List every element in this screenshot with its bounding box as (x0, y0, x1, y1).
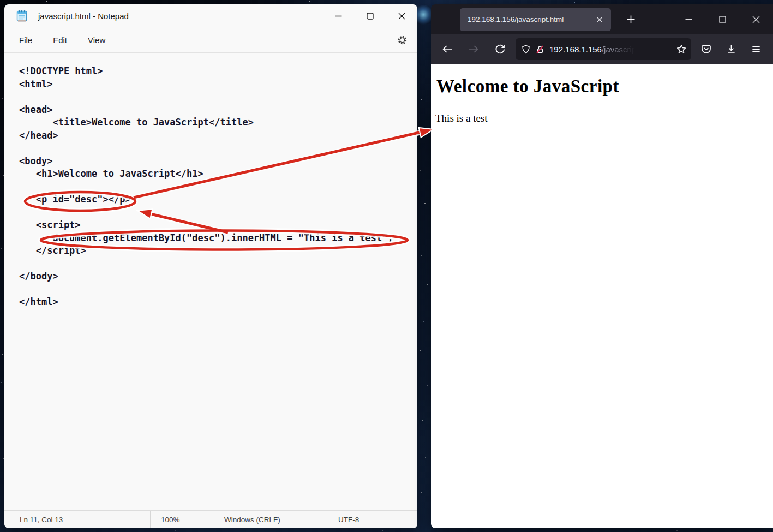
new-tab-button[interactable] (620, 9, 642, 31)
close-icon (398, 13, 405, 20)
maximize-icon (719, 16, 726, 23)
reload-button[interactable] (489, 39, 510, 59)
hamburger-icon (751, 44, 762, 55)
url-domain: 192.168.1.156 (549, 45, 602, 54)
menu-view[interactable]: View (88, 35, 105, 45)
menu-edit[interactable]: Edit (53, 35, 67, 45)
notepad-text-area[interactable]: <!DOCTYPE html><html><head> <title>Welco… (4, 53, 417, 510)
background-stars (0, 0, 1, 1)
status-cursor-position: Ln 11, Col 13 (4, 511, 151, 528)
tab-close-icon (596, 16, 603, 23)
back-button[interactable] (437, 39, 458, 59)
notepad-app-icon (16, 10, 27, 22)
browser-tab[interactable]: 192.168.1.156/javascript.html (460, 8, 611, 31)
pocket-icon (700, 44, 712, 55)
status-line-ending[interactable]: Windows (CRLF) (214, 511, 326, 528)
code-line: </head> (19, 129, 413, 142)
code-line: </html> (19, 296, 413, 309)
browser-viewport: Welcome to JavaScript This is a test (431, 64, 773, 528)
desktop: javascript.html - Notepad File Edit View (0, 0, 773, 532)
code-line: <title>Welcome to JavaScript</title> (19, 116, 413, 129)
notepad-minimize-button[interactable] (322, 4, 354, 27)
maximize-icon (367, 13, 374, 20)
firefox-window: 192.168.1.156/javascript.html (431, 4, 773, 528)
minimize-icon (685, 16, 692, 23)
code-line (19, 181, 413, 194)
firefox-toolbar: 192.168.1.156/javascrip (431, 34, 773, 64)
star-icon (676, 44, 687, 55)
tab-close-button[interactable] (592, 13, 607, 27)
code-line (19, 91, 413, 104)
tab-title: 192.168.1.156/javascript.html (468, 15, 592, 23)
notepad-menubar: File Edit View (4, 27, 417, 53)
code-line (19, 206, 413, 219)
menu-file[interactable]: File (19, 35, 32, 45)
gear-icon (397, 35, 408, 45)
status-zoom-level[interactable]: 100% (151, 511, 214, 528)
code-line (19, 283, 413, 296)
status-encoding[interactable]: UTF-8 (326, 511, 417, 528)
notepad-window: javascript.html - Notepad File Edit View (4, 4, 417, 528)
page-paragraph: This is a test (435, 112, 773, 124)
firefox-close-button[interactable] (739, 4, 773, 34)
notepad-titlebar[interactable]: javascript.html - Notepad (4, 4, 417, 27)
url-text[interactable]: 192.168.1.156/javascrip (549, 45, 673, 54)
forward-button[interactable] (463, 39, 484, 59)
code-line: <html> (19, 78, 413, 91)
code-line: document.getElementById("desc").innerHTM… (19, 232, 413, 245)
plus-icon (627, 15, 635, 23)
close-icon (752, 16, 760, 23)
code-line: </script> (19, 244, 413, 258)
reload-icon (494, 44, 506, 55)
code-line: <body> (19, 155, 413, 168)
downloads-button[interactable] (721, 39, 741, 59)
notepad-settings-button[interactable] (397, 35, 408, 45)
firefox-minimize-button[interactable] (672, 4, 705, 34)
url-bar[interactable]: 192.168.1.156/javascrip (516, 38, 691, 60)
arrow-left-icon (441, 43, 453, 55)
code-line: <script> (19, 219, 413, 232)
firefox-tabbar[interactable]: 192.168.1.156/javascript.html (431, 4, 773, 34)
app-menu-button[interactable] (746, 39, 766, 59)
pocket-button[interactable] (696, 39, 716, 59)
firefox-maximize-button[interactable] (705, 4, 739, 34)
notepad-statusbar: Ln 11, Col 13 100% Windows (CRLF) UTF-8 (4, 510, 417, 528)
notepad-close-button[interactable] (386, 4, 417, 27)
code-line (19, 142, 413, 155)
minimize-icon (335, 13, 342, 20)
page-heading: Welcome to JavaScript (436, 76, 773, 97)
download-icon (726, 44, 737, 55)
shield-icon[interactable] (521, 44, 531, 55)
bookmark-star-button[interactable] (676, 44, 687, 55)
code-line: <h1>Welcome to JavaScript</h1> (19, 168, 413, 181)
code-line: <head> (19, 104, 413, 117)
insecure-lock-icon[interactable] (535, 44, 545, 55)
code-line: </body> (19, 270, 413, 283)
notepad-window-title: javascript.html - Notepad (38, 11, 129, 21)
code-line (19, 258, 413, 271)
url-path: /javascrip (602, 45, 636, 54)
notepad-maximize-button[interactable] (354, 4, 386, 27)
code-line: <!DOCTYPE html> (19, 65, 413, 78)
code-line: <p id="desc"></p> (19, 193, 413, 206)
arrow-right-icon (468, 43, 480, 55)
